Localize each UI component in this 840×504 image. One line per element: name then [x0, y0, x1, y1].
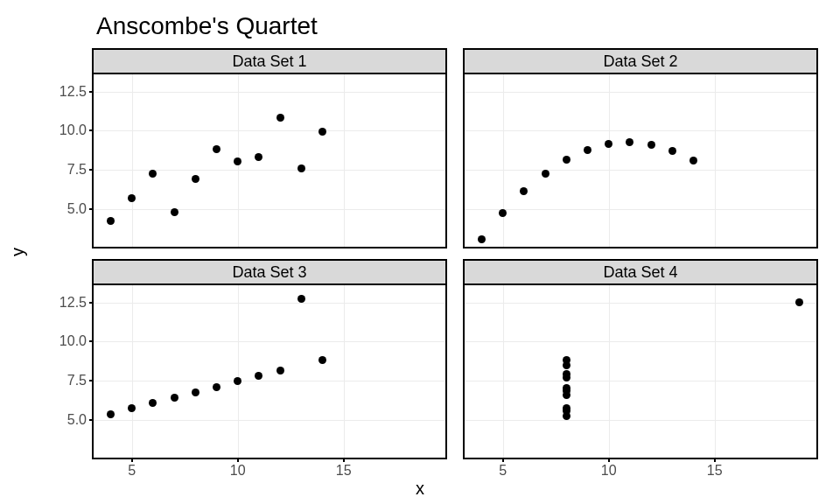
gridline-v: [609, 285, 610, 458]
x-axis-label: x: [416, 479, 424, 499]
facet-grid: Data Set 15.07.510.012.5Data Set 2Data S…: [92, 48, 818, 459]
data-point: [318, 128, 326, 136]
panel-wrap: 5.07.510.012.551015: [92, 285, 447, 459]
gridline-h: [94, 170, 445, 171]
data-point: [542, 170, 550, 178]
data-point: [213, 145, 220, 153]
data-point: [171, 394, 178, 402]
x-tick-label: 10: [230, 463, 246, 479]
y-tick-label: 7.5: [67, 373, 87, 388]
data-point: [107, 410, 115, 418]
gridline-h: [94, 341, 445, 342]
gridline-v: [715, 74, 716, 247]
y-tick-mark: [89, 340, 94, 342]
data-point: [478, 235, 486, 243]
gridline-v: [503, 285, 504, 458]
data-point: [584, 146, 592, 154]
data-point: [128, 404, 136, 412]
facet-strip: Data Set 3: [92, 259, 447, 285]
gridline-v: [609, 74, 610, 247]
facet-1: Data Set 15.07.510.012.5: [92, 48, 447, 248]
y-tick-label: 10.0: [60, 333, 87, 349]
gridline-h: [94, 92, 445, 93]
y-tick-label: 12.5: [60, 295, 87, 311]
y-tick-label: 10.0: [60, 122, 87, 138]
data-point: [276, 367, 284, 374]
chart-page: Anscombe's Quartet y x Data Set 15.07.51…: [0, 0, 840, 504]
y-tick-mark: [89, 91, 94, 93]
gridline-h: [465, 209, 816, 210]
facet-3: Data Set 35.07.510.012.551015: [92, 259, 447, 459]
gridline-h: [94, 130, 445, 131]
data-point: [255, 372, 262, 380]
data-point: [318, 356, 326, 364]
gridline-h: [465, 130, 816, 131]
y-tick-label: 5.0: [67, 412, 87, 428]
x-tick-label: 10: [601, 463, 617, 479]
data-point: [795, 298, 803, 306]
facet-strip: Data Set 1: [92, 48, 447, 74]
data-point: [520, 187, 528, 195]
gridline-h: [465, 420, 816, 421]
gridline-h: [94, 303, 445, 304]
chart-title: Anscombe's Quartet: [96, 12, 318, 40]
data-point: [171, 208, 178, 216]
data-point: [128, 194, 136, 202]
data-point: [626, 138, 634, 146]
y-tick-mark: [89, 169, 94, 171]
y-axis-label: y: [8, 248, 28, 256]
gridline-v: [238, 285, 239, 458]
data-point: [668, 147, 676, 155]
gridline-h: [465, 341, 816, 342]
data-point: [690, 157, 697, 164]
gridline-v: [344, 285, 345, 458]
data-point: [605, 140, 612, 148]
panel-wrap: 51015: [463, 285, 818, 459]
y-tick-mark: [89, 130, 94, 131]
y-tick-mark: [89, 208, 94, 210]
y-tick-label: 7.5: [67, 162, 87, 178]
x-tick-mark: [237, 458, 239, 462]
gridline-v: [503, 74, 504, 247]
data-point: [298, 164, 305, 172]
x-tick-label: 15: [707, 463, 723, 479]
data-point: [192, 175, 200, 183]
data-point: [192, 388, 200, 396]
data-point: [149, 170, 157, 178]
x-tick-mark: [502, 458, 504, 462]
x-tick-label: 5: [128, 463, 136, 479]
gridline-v: [132, 74, 133, 247]
y-tick-label: 12.5: [60, 84, 87, 100]
facet-2: Data Set 2: [463, 48, 818, 248]
gridline-v: [715, 285, 716, 458]
plot-panel: 51015: [463, 285, 818, 459]
facet-4: Data Set 451015: [463, 259, 818, 459]
data-point: [563, 387, 570, 395]
x-tick-mark: [131, 458, 133, 462]
data-point: [563, 361, 570, 369]
data-point: [149, 399, 157, 407]
gridline-v: [132, 285, 133, 458]
data-point: [276, 114, 284, 122]
gridline-h: [94, 209, 445, 210]
x-tick-mark: [608, 458, 610, 462]
gridline-h: [465, 92, 816, 93]
panel-wrap: 5.07.510.012.5: [92, 74, 447, 248]
data-point: [648, 141, 655, 149]
data-point: [298, 295, 305, 303]
x-tick-label: 15: [336, 463, 352, 479]
facet-strip: Data Set 4: [463, 259, 818, 285]
plot-panel: 5.07.510.012.5: [92, 74, 447, 248]
gridline-h: [465, 303, 816, 304]
data-point: [563, 156, 570, 164]
gridline-h: [94, 420, 445, 421]
y-tick-mark: [89, 419, 94, 421]
x-tick-mark: [343, 458, 345, 462]
data-point: [234, 158, 242, 165]
plot-panel: 5.07.510.012.551015: [92, 285, 447, 459]
data-point: [255, 153, 262, 161]
data-point: [213, 383, 220, 391]
gridline-h: [94, 381, 445, 382]
gridline-h: [465, 381, 816, 382]
gridline-v: [344, 74, 345, 247]
